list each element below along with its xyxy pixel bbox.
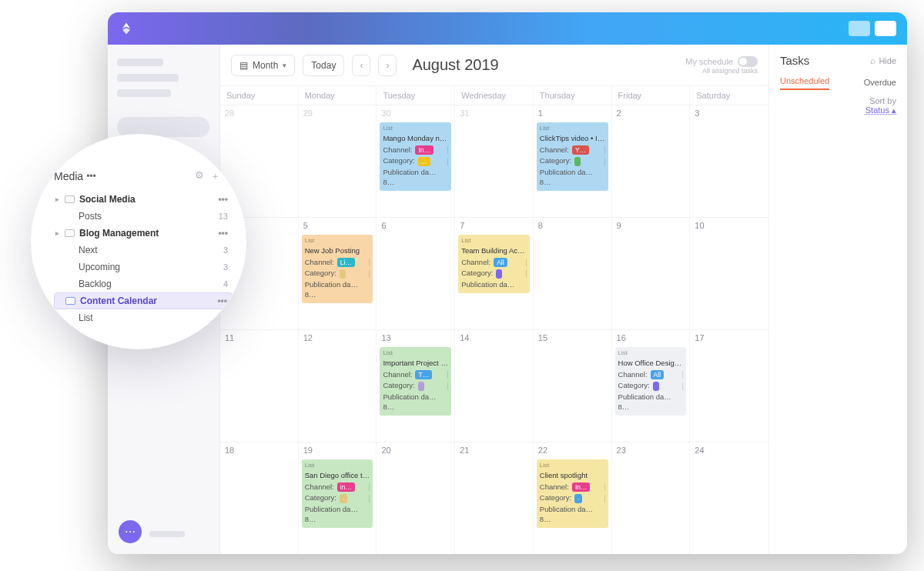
folder-label: Social Media — [79, 194, 136, 205]
category-tag: … — [418, 157, 431, 166]
sidebar-placeholder — [117, 74, 179, 82]
task-list-label: List — [383, 349, 448, 358]
day-cell[interactable]: 16ListHow Office Design impChannel:AllCa… — [612, 330, 691, 442]
more-icon[interactable]: ••• — [218, 194, 228, 205]
task-title: San Diego office tour — [305, 471, 370, 481]
day-cell[interactable]: 1ListClickTips video • InboxChannel:Y…Ca… — [534, 105, 612, 217]
channel-tag: In… — [415, 145, 434, 155]
day-cell[interactable]: 31 — [455, 105, 534, 217]
day-cell[interactable]: 10 — [690, 218, 768, 329]
item-count: 4 — [223, 279, 228, 289]
sidebar-item[interactable]: Upcoming3 — [54, 259, 233, 275]
sidebar-item[interactable]: Next3 — [54, 242, 233, 259]
day-cell[interactable]: 24 — [690, 442, 768, 554]
sidebar-item-content-calendar[interactable]: Content Calendar••• — [54, 292, 233, 309]
space-title[interactable]: Media — [54, 170, 83, 182]
my-schedule-label: My schedule — [685, 57, 733, 66]
toggle-switch[interactable] — [738, 56, 758, 67]
task-list-label: List — [618, 349, 684, 358]
sidebar-placeholder — [117, 58, 163, 66]
day-cell[interactable]: 8 — [534, 218, 612, 329]
day-cell[interactable]: 7ListTeam Building ActivitiesChannel:All… — [455, 218, 534, 329]
item-count: 3 — [223, 245, 228, 255]
more-icon[interactable]: ••• — [86, 171, 96, 182]
dayname: Sunday — [220, 86, 299, 105]
sidebar-folder[interactable]: Social Media••• — [54, 191, 233, 208]
day-cell[interactable]: 2 — [612, 105, 691, 217]
my-schedule-toggle[interactable]: My schedule All assigned tasks — [685, 56, 758, 75]
day-cell[interactable]: 22ListClient spotlightChannel:In…Categor… — [534, 442, 612, 554]
channel-label: Channel: — [540, 483, 569, 493]
day-number: 29 — [303, 109, 313, 118]
channel-tag: in… — [337, 483, 355, 492]
gear-icon[interactable]: ⚙ — [195, 169, 204, 183]
day-cell[interactable]: 21 — [455, 442, 534, 554]
publication-date: Publication da… 8… — [383, 168, 448, 188]
day-cell[interactable]: 18 — [220, 442, 299, 554]
task-card[interactable]: ListClient spotlightChannel:In…Category:… — [537, 459, 608, 528]
sidebar-item[interactable]: List8 — [54, 309, 233, 326]
day-number: 13 — [381, 333, 390, 342]
task-card[interactable]: ListClickTips video • InboxChannel:Y…Cat… — [537, 122, 608, 191]
chat-placeholder — [149, 531, 185, 537]
day-cell[interactable]: 9 — [612, 218, 691, 329]
task-card[interactable]: ListSan Diego office tourChannel:in…Cate… — [302, 459, 373, 528]
window-chip-active[interactable] — [875, 21, 896, 36]
channel-label: Channel: — [618, 370, 648, 380]
calendar-grid: SundayMondayTuesdayWednesdayThursdayFrid… — [220, 86, 768, 554]
day-cell[interactable]: 14 — [455, 330, 534, 442]
tasks-title: Tasks — [780, 54, 809, 67]
prev-arrow[interactable]: ‹ — [352, 55, 370, 76]
day-number: 6 — [381, 221, 386, 230]
tab-overdue[interactable]: Overdue — [864, 78, 896, 90]
item-label: Upcoming — [79, 262, 120, 272]
day-number: 14 — [460, 333, 469, 342]
hide-panel[interactable]: ⌕ Hide — [870, 55, 896, 66]
folder-icon — [65, 229, 75, 237]
task-card[interactable]: ListNew Job PostingChannel:Li…Category:P… — [302, 235, 373, 303]
more-icon[interactable]: ••• — [217, 296, 227, 306]
task-card[interactable]: ListHow Office Design impChannel:AllCate… — [615, 347, 687, 416]
day-number: 17 — [695, 333, 704, 342]
sidebar-item[interactable]: Backlog4 — [54, 275, 233, 292]
sidebar-folder[interactable]: Blog Management••• — [54, 225, 233, 242]
window-chip[interactable] — [849, 21, 870, 36]
sidebar-item[interactable]: Posts13 — [54, 208, 233, 225]
weeks-container: 282930ListMango Monday new eChannel:In…C… — [220, 105, 768, 554]
day-number: 1 — [538, 109, 543, 118]
tab-unscheduled[interactable]: Unscheduled — [780, 76, 829, 90]
task-card[interactable]: ListTeam Building ActivitiesChannel:AllC… — [458, 235, 530, 293]
publication-date: Publication da… 8… — [305, 280, 370, 300]
task-card[interactable]: ListMango Monday new eChannel:In…Categor… — [380, 122, 451, 191]
more-icon[interactable]: ••• — [218, 228, 228, 239]
day-cell[interactable]: 6 — [377, 218, 455, 329]
chat-icon[interactable]: ⋯ — [119, 520, 142, 543]
hide-label: Hide — [879, 56, 896, 65]
window-controls — [849, 21, 896, 36]
day-cell[interactable]: 19ListSan Diego office tourChannel:in…Ca… — [299, 442, 377, 554]
next-arrow[interactable]: › — [378, 55, 397, 76]
day-number: 10 — [695, 221, 704, 230]
day-number: 19 — [303, 446, 313, 455]
day-cell[interactable]: 23 — [612, 442, 691, 554]
day-cell[interactable]: 12 — [299, 330, 377, 442]
day-cell[interactable]: 15 — [534, 330, 612, 442]
day-cell[interactable]: 5ListNew Job PostingChannel:Li…Category:… — [299, 218, 377, 329]
day-cell[interactable]: 11 — [220, 330, 299, 442]
dayname: Wednesday — [455, 86, 534, 105]
plus-icon[interactable]: ＋ — [210, 169, 220, 183]
day-number: 3 — [695, 109, 699, 118]
view-selector[interactable]: ▤ Month ▾ — [231, 55, 295, 76]
task-list-label: List — [461, 237, 527, 245]
day-cell[interactable]: 30ListMango Monday new eChannel:In…Categ… — [377, 105, 455, 217]
task-card[interactable]: ListImportant Project ManChannel:T…Categ… — [380, 347, 451, 416]
today-button[interactable]: Today — [303, 55, 344, 76]
calendar-toolbar: ▤ Month ▾ Today ‹ › August 2019 My sched… — [220, 45, 768, 86]
category-label: Category: — [540, 156, 571, 166]
day-cell[interactable]: 3 — [690, 105, 768, 217]
sort-value[interactable]: Status ▴ — [865, 105, 896, 115]
day-cell[interactable]: 13ListImportant Project ManChannel:T…Cat… — [377, 330, 455, 442]
day-cell[interactable]: 20 — [377, 442, 455, 554]
day-cell[interactable]: 29 — [299, 105, 377, 217]
day-cell[interactable]: 17 — [690, 330, 768, 442]
